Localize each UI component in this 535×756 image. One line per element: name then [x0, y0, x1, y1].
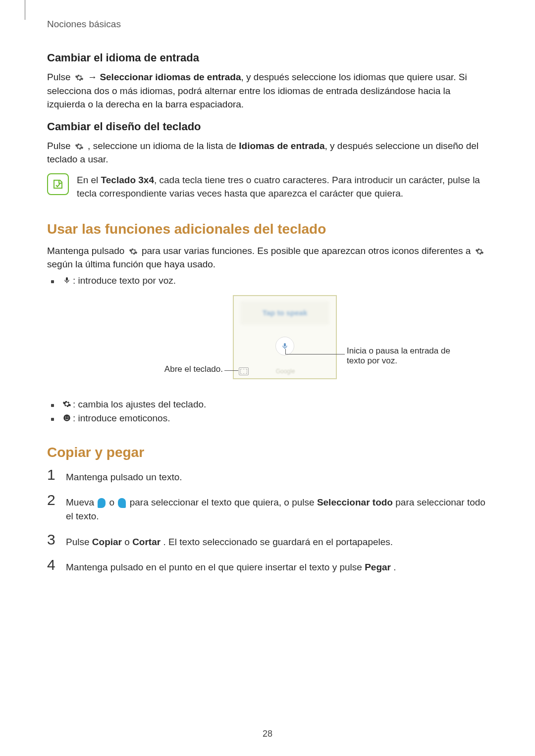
- mic-icon: [62, 275, 72, 285]
- step-number: 1: [47, 467, 58, 482]
- text-bold: Pegar: [365, 562, 391, 572]
- step-4: 4 Mantenga pulsado en el punto en el que…: [47, 557, 488, 574]
- text: , seleccione un idioma de la lista de: [88, 141, 239, 151]
- heading-cambiar-diseno: Cambiar el diseño del teclado: [47, 120, 488, 133]
- gear-icon: [74, 73, 84, 83]
- text: o: [124, 537, 132, 547]
- google-label: Google: [276, 368, 295, 375]
- text: →: [88, 72, 100, 82]
- step-3: 3 Pulse Copiar o Cortar . El texto selec…: [47, 532, 488, 549]
- bullet-voice: : introduce texto por voz.: [47, 275, 488, 286]
- voice-tap-label: Tap to speak: [240, 301, 329, 325]
- paragraph-s3: Mantenga pulsado para usar varias funcio…: [47, 244, 488, 271]
- text: En el: [77, 175, 101, 185]
- step-text: Mantenga pulsado en el punto en el que q…: [66, 557, 396, 574]
- paragraph-s2: Pulse , seleccione un idioma de la lista…: [47, 139, 488, 166]
- step-2: 2 Mueva o para seleccionar el texto que …: [47, 493, 488, 523]
- bullet-icon: [51, 418, 54, 421]
- mic-button-icon: [275, 337, 294, 355]
- text: o: [109, 497, 117, 507]
- gear-icon: [475, 247, 484, 256]
- callout-line: [285, 354, 345, 354]
- text-bold: Copiar: [92, 537, 122, 547]
- text: según la última función que haya usado.: [47, 259, 215, 269]
- selection-handle-icon: [98, 498, 106, 508]
- selection-handle-icon: [118, 498, 126, 508]
- text: Mantenga pulsado: [47, 246, 127, 256]
- text: para usar varias funciones. Es posible q…: [142, 246, 474, 256]
- keyboard-icon: [239, 367, 249, 375]
- text-bold: Cortar: [132, 537, 160, 547]
- note-icon: [47, 173, 69, 195]
- paragraph-s1: Pulse → Seleccionar idiomas de entrada, …: [47, 70, 488, 111]
- svg-point-0: [63, 414, 70, 421]
- gear-icon: [62, 399, 72, 409]
- text: : cambia los ajustes del teclado.: [73, 399, 206, 410]
- step-number: 4: [47, 557, 58, 572]
- text-bold: Seleccionar idiomas de entrada: [100, 72, 241, 82]
- svg-point-1: [65, 416, 66, 417]
- voice-panel: Tap to speak Google: [233, 295, 337, 379]
- heading-usar-funciones: Usar las funciones adicionales del tecla…: [47, 221, 488, 237]
- step-text: Pulse Copiar o Cortar . El texto selecci…: [66, 532, 393, 549]
- step-number: 3: [47, 532, 58, 547]
- breadcrumb: Nociones básicas: [47, 19, 488, 30]
- text: : introduce texto por voz.: [73, 275, 176, 286]
- text: Pulse: [47, 141, 73, 151]
- step-text: Mantenga pulsado un texto.: [66, 467, 182, 484]
- callout-line: [224, 370, 238, 371]
- text: Pulse: [47, 72, 73, 82]
- header-rule: [25, 0, 25, 20]
- bullet-settings: : cambia los ajustes del teclado.: [47, 399, 488, 410]
- text: .: [393, 562, 396, 572]
- gear-icon: [128, 247, 138, 256]
- text: Pulse: [66, 537, 92, 547]
- note-row: En el Teclado 3x4, cada tecla tiene tres…: [47, 173, 488, 201]
- text-bold: Idiomas de entrada: [239, 141, 324, 151]
- text-bold: Seleccionar todo: [317, 497, 393, 507]
- voice-input-diagram: Tap to speak Google Abre el teclado. Ini…: [94, 295, 441, 394]
- bullet-emoji: : introduce emoticonos.: [47, 413, 488, 424]
- gear-icon: [74, 142, 84, 151]
- svg-point-2: [67, 416, 68, 417]
- bullet-icon: [51, 280, 54, 283]
- callout-start-pause-voice: Inicia o pausa la entrada de texto por v…: [347, 346, 461, 366]
- text: para seleccionar el texto que quiera, o …: [130, 497, 317, 507]
- text: . El texto seleccionado se guardará en e…: [163, 537, 393, 547]
- text-bold: Teclado 3x4: [101, 175, 154, 185]
- step-1: 1 Mantenga pulsado un texto.: [47, 467, 488, 484]
- bullet-icon: [51, 404, 54, 407]
- text: : introduce emoticonos.: [73, 413, 170, 424]
- step-number: 2: [47, 493, 58, 507]
- callout-open-keyboard: Abre el teclado.: [114, 364, 223, 374]
- step-text: Mueva o para seleccionar el texto que qu…: [66, 493, 488, 523]
- text: Mueva: [66, 497, 97, 507]
- emoji-icon: [62, 413, 72, 423]
- heading-cambiar-idioma: Cambiar el idioma de entrada: [47, 51, 488, 64]
- heading-copiar-pegar: Copiar y pegar: [47, 445, 488, 460]
- text: Mantenga pulsado en el punto en el que q…: [66, 562, 365, 572]
- page-number: 28: [0, 729, 535, 739]
